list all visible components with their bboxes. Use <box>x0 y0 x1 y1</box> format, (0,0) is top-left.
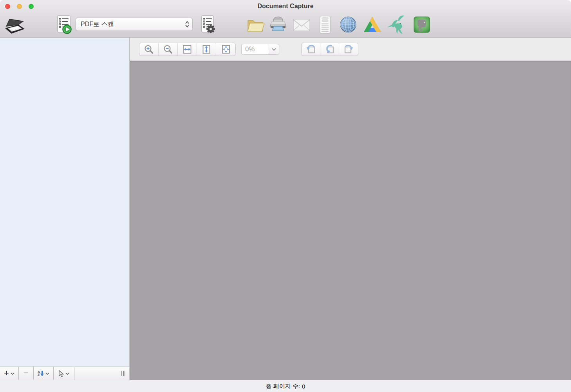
rotate-right-icon <box>343 44 354 54</box>
zoom-out-icon <box>163 44 173 54</box>
send-to-web-button[interactable] <box>338 15 358 34</box>
google-drive-button[interactable] <box>362 16 383 34</box>
hummingbird-icon <box>386 15 407 34</box>
hummingbird-service-button[interactable] <box>385 14 407 35</box>
chevron-down-icon <box>45 372 49 375</box>
drag-grip-icon[interactable] <box>121 371 125 376</box>
fit-width-button[interactable] <box>178 43 197 56</box>
save-to-folder-button[interactable] <box>246 16 265 34</box>
toolbar-filler <box>74 367 129 380</box>
sort-az-icon: A Z <box>38 370 44 377</box>
chevron-down-icon <box>11 372 14 375</box>
select-tool-button[interactable] <box>54 367 74 380</box>
combo-arrow-button[interactable] <box>269 44 279 54</box>
google-drive-icon <box>363 16 381 33</box>
print-button[interactable] <box>268 15 288 34</box>
pointer-icon <box>58 370 64 377</box>
rotate-right-button[interactable] <box>339 43 358 56</box>
fit-height-icon <box>201 44 211 54</box>
job-select[interactable]: PDF로 스캔 <box>76 18 193 31</box>
window-title: Document Capture <box>0 3 571 10</box>
scan-button[interactable] <box>3 15 27 35</box>
total-pages-label: 총 페이지 수: <box>266 383 300 390</box>
fit-width-icon <box>182 44 192 54</box>
fit-page-icon <box>221 44 231 54</box>
add-page-label: + <box>4 369 9 378</box>
zoom-in-button[interactable] <box>139 43 159 56</box>
job-settings-icon <box>199 15 217 34</box>
fit-page-button[interactable] <box>216 43 235 56</box>
chevron-down-icon <box>272 48 276 51</box>
zoom-fit-group <box>139 43 236 56</box>
remove-page-label: − <box>23 369 29 377</box>
total-pages-value: 0 <box>302 383 305 390</box>
document-preview-area[interactable] <box>130 61 571 380</box>
fit-height-button[interactable] <box>197 43 216 56</box>
rotate-left-icon <box>305 44 316 54</box>
attach-to-email-button[interactable] <box>292 17 311 33</box>
evernote-icon <box>413 16 430 33</box>
scanner-icon <box>4 16 25 34</box>
rotate-left-button[interactable] <box>302 43 320 56</box>
sort-button[interactable]: A Z <box>34 367 54 380</box>
titlebar-toolbar: Document Capture <box>0 0 571 38</box>
thumbnail-list[interactable] <box>0 38 130 367</box>
printer-icon <box>269 16 287 33</box>
app-window: Document Capture <box>0 0 571 392</box>
zoom-level-value: 0% <box>242 44 269 54</box>
status-bar: 총 페이지 수: 0 <box>0 380 571 392</box>
preview-pane: 0% <box>130 38 571 380</box>
rotate-group <box>301 43 358 56</box>
preview-toolbar: 0% <box>130 38 571 61</box>
evernote-button[interactable] <box>412 15 431 34</box>
job-run-icon <box>54 15 72 34</box>
zoom-level-combo[interactable]: 0% <box>241 44 279 55</box>
send-to-application-button[interactable] <box>317 14 333 35</box>
run-job-button[interactable] <box>53 14 74 35</box>
job-select-value: PDF로 스캔 <box>76 20 182 29</box>
thumbnail-toolbar: + − A Z <box>0 367 130 380</box>
popup-stepper-icon <box>182 18 192 31</box>
zoom-in-icon <box>144 44 154 54</box>
application-icon <box>318 15 332 34</box>
globe-icon <box>339 16 357 34</box>
rotate-180-button[interactable] <box>320 43 339 56</box>
folder-icon <box>246 17 264 33</box>
envelope-icon <box>293 19 310 31</box>
rotate-180-icon <box>324 44 335 54</box>
remove-page-button[interactable]: − <box>19 367 34 380</box>
chevron-down-icon <box>65 372 69 375</box>
add-page-button[interactable]: + <box>0 367 19 380</box>
zoom-out-button[interactable] <box>159 43 178 56</box>
job-settings-button[interactable] <box>197 14 218 35</box>
